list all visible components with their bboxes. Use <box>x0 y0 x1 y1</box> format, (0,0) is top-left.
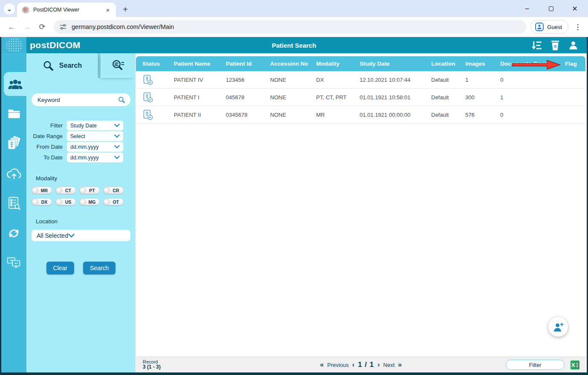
toggle-knob <box>80 187 86 193</box>
table-row[interactable]: PATIENT I 045678 NONE PT, CT, PRT 01.01.… <box>136 89 585 106</box>
tab-title: PostDICOM Viewer <box>33 7 104 13</box>
back-button[interactable]: ← <box>5 20 18 33</box>
keyword-search-icon[interactable] <box>118 96 125 105</box>
to-date-select[interactable]: dd.mm.yyyy <box>67 153 123 162</box>
minimize-button[interactable]: – <box>522 3 533 14</box>
modality-toggle-ct[interactable]: CT <box>55 187 76 194</box>
dicom-films-icon <box>6 136 22 151</box>
next-page-icon[interactable]: › <box>378 361 380 369</box>
account-button[interactable] <box>568 40 578 50</box>
table-row[interactable]: PATIENT II 0345678 NONE MR 01.01.1921 00… <box>136 106 585 124</box>
tab-basic-search[interactable]: Search <box>26 53 98 78</box>
modality-toggle-cr[interactable]: CR <box>103 187 124 194</box>
toggle-knob <box>56 199 62 205</box>
browser-tab[interactable]: PostDICOM Viewer × <box>17 3 116 17</box>
browser-menu-button[interactable]: ⋮ <box>573 22 583 32</box>
cell-patient-name: PATIENT II <box>167 112 219 118</box>
toggle-knob <box>104 187 110 193</box>
clear-button[interactable]: Clear <box>46 262 74 274</box>
maximize-button[interactable] <box>545 3 556 14</box>
cell-location: Default <box>425 77 459 83</box>
chevron-down-icon <box>114 124 120 127</box>
recycle-bin-button[interactable]: ♻ <box>551 40 560 51</box>
user-icon <box>568 40 578 50</box>
cell-study-date: 01.01.1921 00:00:00 <box>353 112 425 118</box>
results-footer: Record 3 (1 - 3) « Previous ‹ 1 / 1 › Ne… <box>136 357 586 372</box>
modality-toggle-us[interactable]: US <box>55 198 76 205</box>
filter-select[interactable]: Study Date <box>67 121 123 130</box>
column-header-documents-count[interactable]: Documents Count <box>494 61 559 67</box>
export-excel-button[interactable]: X <box>570 360 580 370</box>
next-page-button[interactable]: Next <box>383 362 395 368</box>
sidebar-item-sync[interactable] <box>1 221 26 245</box>
keyword-wrap <box>32 93 130 106</box>
location-select[interactable]: All Selected <box>32 230 130 241</box>
search-panel: Search <box>26 53 135 372</box>
patients-people-icon <box>8 78 23 90</box>
sidebar-item-patient-search[interactable] <box>4 72 26 96</box>
cell-accession-no: NONE <box>264 112 310 118</box>
profile-label: Guest <box>547 24 562 30</box>
tab-search-button[interactable]: ⌄ <box>4 3 15 14</box>
reload-button[interactable]: ⟳ <box>36 20 49 33</box>
date-range-select[interactable]: Select <box>67 131 123 141</box>
cell-accession-no: NONE <box>264 94 310 101</box>
column-header-location[interactable]: Location <box>425 61 459 67</box>
new-tab-button[interactable]: + <box>119 3 131 15</box>
sort-order-button[interactable] <box>531 40 542 50</box>
site-settings-icon[interactable] <box>60 23 66 30</box>
first-page-icon[interactable]: « <box>320 361 324 369</box>
cell-modality: MR <box>310 112 353 118</box>
modality-toggle-mr[interactable]: MR <box>32 187 52 194</box>
cell-study-date: 01.01.1921 10:58:01 <box>353 94 425 101</box>
tab-advanced-search[interactable] <box>101 53 135 78</box>
forward-button[interactable]: → <box>20 20 33 33</box>
tab-close-icon[interactable]: × <box>104 6 112 14</box>
modality-toggle-dx[interactable]: DX <box>32 198 52 205</box>
worklist-search-icon <box>8 196 20 210</box>
search-button[interactable]: Search <box>83 262 115 274</box>
sidebar-item-worklist[interactable] <box>1 191 26 215</box>
column-header-patient-id[interactable]: Patient Id <box>219 61 264 67</box>
filter-label: Filter <box>26 122 67 129</box>
address-bar[interactable]: germany.postdicom.com/Viewer/Main <box>54 20 526 34</box>
sidebar-item-remote-share[interactable] <box>1 251 26 275</box>
sidebar-item-upload[interactable] <box>1 162 26 185</box>
modality-toggle-pt[interactable]: PT <box>79 187 100 194</box>
window-controls: – ✕ <box>522 0 580 17</box>
keyword-input[interactable] <box>32 93 130 106</box>
cell-patient-name: PATIENT I <box>167 94 219 101</box>
modality-toggle-ot[interactable]: OT <box>103 198 124 205</box>
column-header-status[interactable]: Status <box>136 61 167 67</box>
url-text[interactable]: germany.postdicom.com/Viewer/Main <box>72 23 174 30</box>
modality-toggle-mg[interactable]: MG <box>79 198 100 205</box>
previous-page-button[interactable]: Previous <box>327 362 349 368</box>
search-icon <box>43 60 54 72</box>
table-row[interactable]: PATIENT IV 123456 NONE DX 12.10.2021 10:… <box>136 71 585 89</box>
cell-images: 1 <box>459 77 494 83</box>
remote-screens-icon <box>6 257 22 269</box>
column-header-study-date[interactable]: Study Date <box>353 61 425 67</box>
last-page-icon[interactable]: » <box>398 361 402 369</box>
profile-button[interactable]: Guest <box>530 20 568 34</box>
column-header-images[interactable]: Images <box>459 61 494 67</box>
column-header-accession-no[interactable]: Accession No <box>264 61 310 67</box>
cell-patient-id: 123456 <box>219 77 264 83</box>
sort-list-icon <box>531 40 542 50</box>
column-header-flag[interactable]: Flag <box>559 61 585 67</box>
column-header-patient-name[interactable]: Patient Name <box>167 61 219 67</box>
add-patient-button[interactable] <box>548 317 568 337</box>
close-window-button[interactable]: ✕ <box>569 3 580 14</box>
cloud-upload-icon <box>6 167 22 180</box>
brand-name: postDICOM <box>30 40 81 50</box>
pagination: « Previous ‹ 1 / 1 › Next » <box>320 361 402 369</box>
column-header-modality[interactable]: Modality <box>310 61 353 67</box>
filter-button[interactable]: Filter <box>506 360 565 370</box>
cell-modality: PT, CT, PRT <box>310 94 353 101</box>
from-date-select[interactable]: dd.mm.yyyy <box>67 142 123 152</box>
add-patient-icon <box>553 322 564 332</box>
sidebar-item-dicom-images[interactable] <box>1 132 26 156</box>
sidebar-item-folders[interactable] <box>1 102 26 126</box>
previous-page-icon[interactable]: ‹ <box>352 361 355 369</box>
modality-label: Modality <box>36 175 135 182</box>
